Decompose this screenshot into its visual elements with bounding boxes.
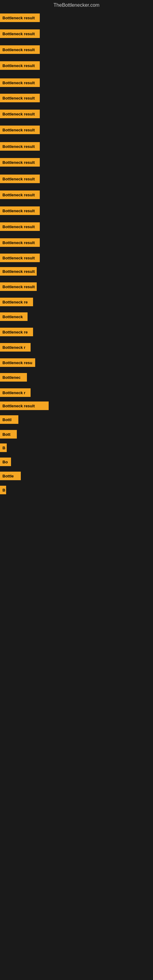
bottleneck-row: Bottl [0, 415, 18, 424]
bottleneck-label: Bottleneck result [0, 78, 40, 87]
bottleneck-row: Bottleneck re [0, 328, 33, 336]
bottleneck-label: Bottleneck result [0, 94, 40, 102]
bottleneck-label: Bottlenec [0, 373, 27, 382]
bottleneck-label: Bott [0, 430, 17, 439]
bottleneck-row: Bottle [0, 472, 21, 480]
bottleneck-label: Bottleneck result [0, 142, 40, 151]
bottleneck-row: Bottleneck [0, 312, 27, 321]
bottleneck-row: Bottleneck result [0, 401, 49, 410]
bottleneck-row: Bottleneck r [0, 343, 30, 352]
bottleneck-row: Bottleneck result [0, 78, 40, 87]
bottleneck-row: Bottleneck result [0, 94, 40, 102]
bottleneck-row: Bo [0, 458, 11, 466]
bottleneck-label: Bottleneck result [0, 222, 40, 231]
bottleneck-row: Bottleneck result [0, 191, 40, 199]
bottleneck-row: B [0, 444, 7, 452]
bottleneck-row: Bottleneck result [0, 175, 40, 183]
bottleneck-row: Bottleneck result [0, 45, 40, 54]
bottleneck-label: Bottleneck result [0, 175, 40, 183]
bottleneck-label: Bottleneck r [0, 343, 30, 352]
bottleneck-label: Bottleneck result [0, 110, 40, 118]
bottleneck-label: Bottleneck result [0, 29, 40, 38]
bottleneck-label: Bottle [0, 472, 21, 480]
bottleneck-label: Bottleneck result [0, 401, 49, 410]
bottleneck-label: Bottleneck result [0, 267, 37, 275]
bottleneck-label: B [0, 486, 6, 494]
bottleneck-row: Bottleneck result [0, 282, 37, 291]
bottleneck-row: Bottleneck result [0, 110, 40, 118]
bottleneck-row: Bottleneck result [0, 142, 40, 151]
bottleneck-label: Bottleneck result [0, 61, 40, 70]
bottleneck-row: Bottlenec [0, 373, 27, 382]
bottleneck-row: Bott [0, 430, 17, 439]
bottleneck-label: Bottleneck result [0, 45, 40, 54]
bottleneck-label: Bottl [0, 415, 18, 424]
bottleneck-row: Bottleneck re [0, 298, 33, 306]
bottleneck-label: Bottleneck result [0, 13, 40, 22]
bottleneck-label: Bottleneck result [0, 254, 40, 262]
bottleneck-label: Bottleneck r [0, 388, 30, 397]
site-title: TheBottlenecker.com [0, 0, 153, 11]
bottleneck-label: Bottleneck result [0, 207, 40, 215]
bottleneck-label: Bottleneck [0, 312, 27, 321]
site-title-text: TheBottlenecker.com [54, 2, 99, 8]
bottleneck-label: Bottleneck result [0, 191, 40, 199]
bottleneck-label: Bottleneck result [0, 282, 37, 291]
bottleneck-row: Bottleneck result [0, 126, 40, 134]
bottleneck-label: Bottleneck result [0, 238, 40, 247]
bottleneck-row: Bottleneck result [0, 158, 40, 167]
bottleneck-row: Bottleneck result [0, 238, 40, 247]
bottleneck-label: Bottleneck resu [0, 358, 35, 367]
bottleneck-row: Bottleneck result [0, 13, 40, 22]
bottleneck-label: Bottleneck re [0, 298, 33, 306]
bottleneck-label: B [0, 444, 7, 452]
bottleneck-row: Bottleneck result [0, 254, 40, 262]
bottleneck-row: Bottleneck result [0, 267, 37, 275]
bottleneck-row: Bottleneck resu [0, 358, 35, 367]
bottleneck-row: B [0, 486, 6, 494]
bottleneck-label: Bottleneck re [0, 328, 33, 336]
bottleneck-row: Bottleneck r [0, 388, 30, 397]
bottleneck-label: Bottleneck result [0, 158, 40, 167]
bottleneck-label: Bottleneck result [0, 126, 40, 134]
bottleneck-row: Bottleneck result [0, 207, 40, 215]
bottleneck-row: Bottleneck result [0, 61, 40, 70]
bottleneck-row: Bottleneck result [0, 29, 40, 38]
bottleneck-label: Bo [0, 458, 11, 466]
bottleneck-row: Bottleneck result [0, 222, 40, 231]
